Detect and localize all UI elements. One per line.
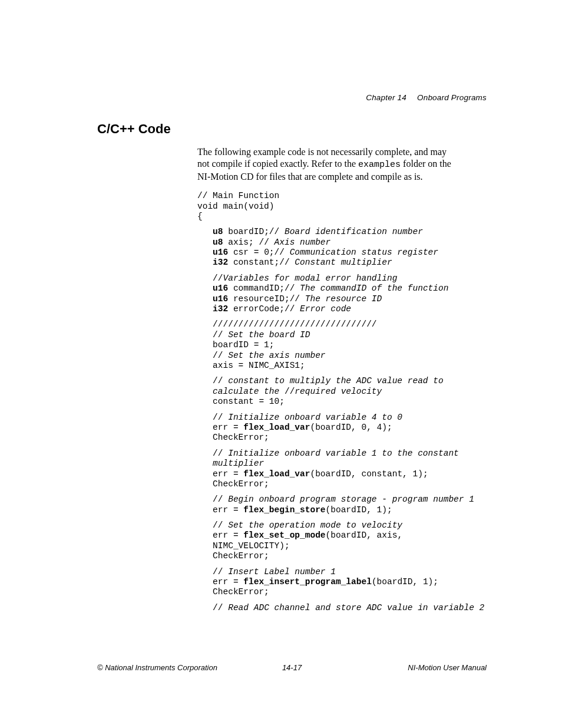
code-comment: Initialize onboard variable 1 to the con… xyxy=(228,449,464,458)
footer-page-number: 14-17 xyxy=(97,663,487,672)
code-comment: Initialize onboard variable 4 to 0 xyxy=(228,413,402,422)
page: Chapter 14Onboard Programs C/C++ Code Th… xyxy=(0,0,562,728)
code-line: CheckError; xyxy=(197,587,269,597)
chapter-title: Onboard Programs xyxy=(417,93,487,102)
code-comment: Error code xyxy=(300,304,351,314)
code-keyword: u16 xyxy=(213,284,228,293)
code-comment: Communication status register xyxy=(290,248,438,257)
code-para: // Initialize onboard variable 1 to the … xyxy=(197,449,487,490)
code-comment: multiplier xyxy=(213,459,264,468)
code-line: { xyxy=(197,212,203,221)
code-comment: Set the axis number xyxy=(228,351,325,360)
code-keyword: u16 xyxy=(213,294,228,304)
inline-code: examples xyxy=(358,160,401,170)
code-para: // Begin onboard program storage - progr… xyxy=(197,495,487,515)
code-para: // Read ADC channel and store ADC value … xyxy=(197,603,487,613)
code-comment: Set the board ID xyxy=(228,330,310,340)
code-comment: required velocity xyxy=(295,387,382,396)
code-para: // Insert Label number 1 err = flex_inse… xyxy=(197,567,487,598)
code-para: // Main Function void main(void) { xyxy=(197,191,487,222)
code-keyword: u8 xyxy=(213,227,223,236)
code-comment: Variables for modal error handling xyxy=(223,274,398,283)
code-function: flex_load_var xyxy=(243,469,310,479)
code-line: void main(void) xyxy=(197,202,275,211)
page-footer: © National Instruments Corporation 14-17… xyxy=(97,663,487,672)
intro-text: NI-Motion CD for files that are complete… xyxy=(197,172,423,182)
code-comment: Read ADC channel and store ADC value in … xyxy=(228,603,484,612)
intro-paragraph: The following example code is not necess… xyxy=(197,146,487,183)
code-line: CheckError; xyxy=(197,433,269,442)
code-line: CheckError; xyxy=(197,479,269,489)
code-function: flex_begin_store xyxy=(243,505,325,515)
code-line: CheckError; xyxy=(197,551,269,561)
code-para: // Initialize onboard variable 4 to 0 er… xyxy=(197,413,487,443)
code-para: //Variables for modal error handling u16… xyxy=(197,274,487,315)
code-para: //////////////////////////////// // Set … xyxy=(197,319,487,371)
code-para: // constant to multiply the ADC value re… xyxy=(197,376,487,407)
code-function: flex_load_var xyxy=(243,423,310,432)
code-comment: The resource ID xyxy=(305,294,382,304)
code-keyword: u8 xyxy=(213,238,223,247)
code-line: constant = 10; xyxy=(197,397,285,406)
code-comment: Set the operation mode to velocity xyxy=(228,521,402,530)
intro-text: not compile if copied exactly. Refer to … xyxy=(197,159,358,169)
code-line: // Main Function xyxy=(197,191,279,200)
code-comment: Board identification number xyxy=(285,227,423,236)
code-line: axis = NIMC_AXIS1; xyxy=(197,361,305,370)
code-line: //////////////////////////////// xyxy=(197,319,377,329)
code-comment: constant to multiply the ADC value read … xyxy=(228,376,448,386)
code-keyword: i32 xyxy=(213,304,228,314)
code-line: boardID = 1; xyxy=(197,340,275,350)
code-function: flex_insert_program_label xyxy=(243,577,372,587)
code-comment: Constant multiplier xyxy=(295,258,392,267)
code-para: u8 boardID;// Board identification numbe… xyxy=(197,227,487,268)
code-para: // Set the operation mode to velocity er… xyxy=(197,521,487,562)
chapter-number: Chapter 14 xyxy=(366,93,406,102)
code-comment: Axis number xyxy=(275,238,331,247)
intro-text: folder on the xyxy=(401,159,451,169)
code-comment: Insert Label number 1 xyxy=(228,567,336,577)
code-comment: calculate the xyxy=(213,387,285,396)
code-keyword: u16 xyxy=(213,248,228,257)
code-function: flex_set_op_mode xyxy=(243,531,325,540)
running-header: Chapter 14Onboard Programs xyxy=(366,93,487,102)
section-heading: C/C++ Code xyxy=(97,121,487,137)
code-comment: The commandID of the function xyxy=(300,284,448,293)
code-keyword: i32 xyxy=(213,258,228,267)
code-block: // Main Function void main(void) { u8 bo… xyxy=(197,191,487,613)
code-line: NIMC_VELOCITY); xyxy=(197,541,290,551)
code-comment: Begin onboard program storage - program … xyxy=(228,495,474,504)
intro-text: The following example code is not necess… xyxy=(197,147,447,157)
